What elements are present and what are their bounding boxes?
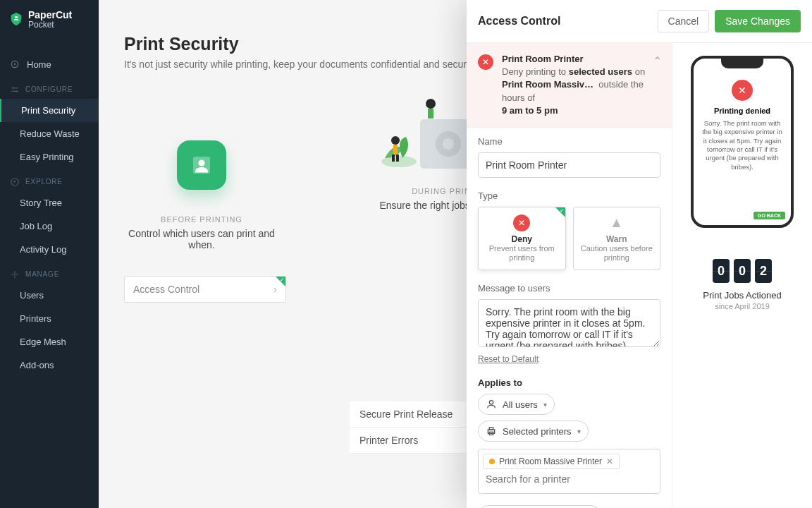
- user-badge-icon: [177, 140, 226, 190]
- nav-heading-explore: EXPLORE: [0, 169, 99, 191]
- applies-label: Applies to: [478, 377, 660, 388]
- svg-point-9: [443, 138, 454, 150]
- before-caption: BEFORE PRINTING: [124, 215, 279, 224]
- svg-point-17: [489, 401, 493, 404]
- printers-selector[interactable]: Selected printers ▾: [478, 421, 589, 442]
- svg-point-11: [391, 136, 400, 145]
- side-panel: Access Control Cancel Save Changes ✕ Pri…: [467, 0, 812, 508]
- nav-home-label: Home: [27, 59, 51, 70]
- nav-easy-printing[interactable]: Easy Printing: [0, 145, 99, 169]
- access-control-dropdown[interactable]: Access Control ›: [124, 276, 286, 303]
- svg-rect-16: [428, 109, 433, 119]
- nav-edge-mesh[interactable]: Edge Mesh: [0, 330, 99, 353]
- home-icon: [10, 59, 20, 69]
- svg-rect-13: [392, 155, 395, 162]
- svg-point-1: [14, 64, 16, 65]
- brand-line1: PaperCut: [28, 10, 72, 20]
- svg-point-3: [16, 90, 17, 92]
- sliders-icon: [10, 85, 20, 95]
- svg-rect-12: [393, 145, 398, 155]
- printer-icon: [486, 425, 497, 437]
- deny-icon: ✕: [732, 80, 753, 101]
- nav-print-security[interactable]: Print Security: [0, 99, 99, 122]
- nav-home[interactable]: Home: [0, 53, 99, 76]
- printer-chip-box: Print Room Massive Printer ✕: [478, 449, 660, 494]
- rule-summary[interactable]: ✕ Print Room Printer Deny printing to se…: [467, 43, 672, 128]
- svg-point-15: [426, 99, 436, 109]
- status-dot: [489, 459, 495, 464]
- preview-title: Printing denied: [714, 107, 770, 115]
- printer-chip: Print Room Massive Printer ✕: [483, 454, 620, 469]
- nav-reduce-waste[interactable]: Reduce Waste: [0, 122, 99, 145]
- printer-search-input[interactable]: [483, 469, 656, 489]
- preview-pane: ✕ Printing denied Sorry. The print room …: [672, 43, 812, 508]
- panel-header: Access Control Cancel Save Changes: [467, 0, 812, 43]
- papercut-icon: [8, 11, 24, 27]
- brand-line2: Pocket: [28, 20, 72, 30]
- counter-label: Print Jobs Actioned: [682, 290, 802, 301]
- reset-link[interactable]: Reset to Default: [478, 354, 539, 364]
- message-textarea[interactable]: [478, 299, 660, 347]
- warn-triangle-icon: ▲: [608, 214, 625, 231]
- rule-form: ✕ Print Room Printer Deny printing to se…: [467, 43, 672, 508]
- deny-circle-icon: ✕: [513, 214, 530, 231]
- svg-rect-14: [396, 155, 399, 162]
- svg-point-6: [199, 160, 205, 167]
- job-counter: 0 0 2: [682, 259, 802, 283]
- nav-activity-log[interactable]: Activity Log: [0, 238, 99, 261]
- nav-heading-configure: CONFIGURE: [0, 76, 99, 99]
- svg-point-2: [13, 87, 14, 88]
- wrench-icon: [10, 270, 20, 279]
- nav-users[interactable]: Users: [0, 284, 99, 307]
- sidebar: PaperCut Pocket Home CONFIGURE Print Sec…: [0, 0, 99, 508]
- phone-mockup: ✕ Printing denied Sorry. The print room …: [691, 56, 794, 228]
- chevron-down-icon: ▾: [577, 428, 581, 435]
- brand-logo: PaperCut Pocket: [0, 0, 99, 40]
- type-label: Type: [478, 190, 660, 201]
- users-selector[interactable]: All users ▾: [478, 394, 555, 415]
- cancel-button[interactable]: Cancel: [658, 10, 710, 32]
- nav-addons[interactable]: Add-ons: [0, 353, 99, 377]
- type-warn-card[interactable]: ▲ Warn Caution users before printing: [573, 207, 661, 270]
- chevron-up-icon: ⌃: [653, 54, 662, 68]
- message-label: Message to users: [478, 283, 660, 294]
- preview-back-button: GO BACK: [753, 212, 785, 219]
- before-printing-card: BEFORE PRINTING Control which users can …: [124, 126, 279, 303]
- chevron-down-icon: ▾: [543, 401, 547, 409]
- nav-heading-manage: MANAGE: [0, 261, 99, 284]
- compass-icon: [10, 177, 20, 187]
- name-label: Name: [478, 136, 660, 147]
- remove-chip-icon[interactable]: ✕: [606, 456, 613, 466]
- hours-selector[interactable]: Outside these hours ▾: [478, 505, 601, 508]
- panel-title: Access Control: [478, 15, 560, 28]
- nav-job-log[interactable]: Job Log: [0, 214, 99, 238]
- users-icon: [486, 399, 497, 410]
- type-deny-card[interactable]: ✕ Deny Prevent users from printing: [478, 207, 566, 270]
- svg-rect-19: [489, 428, 493, 430]
- summary-title: Print Room Printer: [502, 53, 660, 66]
- deny-icon: ✕: [478, 54, 493, 70]
- nav-story-tree[interactable]: Story Tree: [0, 191, 99, 214]
- preview-message: Sorry. The print room with the big expen…: [701, 119, 784, 171]
- nav-printers[interactable]: Printers: [0, 307, 99, 330]
- counter-sub: since April 2019: [682, 302, 802, 310]
- save-button[interactable]: Save Changes: [715, 10, 801, 32]
- before-desc: Control which users can print and when.: [124, 228, 279, 250]
- name-input[interactable]: [478, 152, 660, 178]
